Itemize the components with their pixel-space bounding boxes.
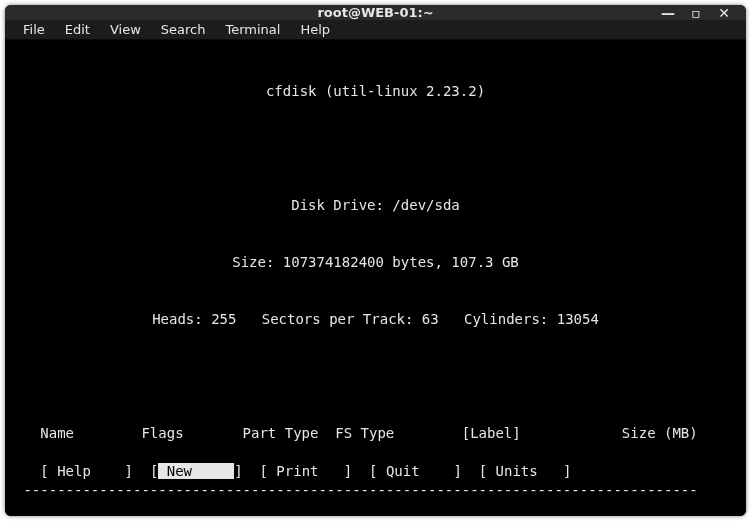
action-row-1: [ Help ] [ New ] [ Print ] [ Quit ] [ Un… [15,462,736,481]
menu-terminal[interactable]: Terminal [217,20,288,39]
blank-line [15,367,736,386]
units-button[interactable]: [ Units ] [479,463,572,479]
menubar: File Edit View Search Terminal Help [5,20,746,40]
print-button[interactable]: [ Print ] [259,463,352,479]
disk-drive-line: Disk Drive: /dev/sda [15,196,736,215]
disk-geom-line: Heads: 255 Sectors per Track: 63 Cylinde… [15,310,736,329]
window-maximize-button[interactable]: ▫ [688,5,704,21]
menu-search[interactable]: Search [153,20,214,39]
window-title: root@WEB-01:~ [317,5,433,20]
menu-help[interactable]: Help [292,20,338,39]
window-close-button[interactable]: ✕ [716,5,732,21]
footer: [ Help ] [ New ] [ Print ] [ Quit ] [ Un… [15,424,736,516]
cfdisk-header: cfdisk (util-linux 2.23.2) [15,82,736,101]
menu-file[interactable]: File [15,20,53,39]
window-controls: — ▫ ✕ [660,5,740,20]
menu-edit[interactable]: Edit [57,20,98,39]
terminal-area[interactable]: cfdisk (util-linux 2.23.2) Disk Drive: /… [5,40,746,516]
blank-line [15,139,736,158]
new-button[interactable]: [ New ] [150,463,243,479]
disk-size-line: Size: 107374182400 bytes, 107.3 GB [15,253,736,272]
terminal-window: root@WEB-01:~ — ▫ ✕ File Edit View Searc… [5,5,746,516]
disk-drive-path: /dev/sda [392,197,459,213]
quit-button[interactable]: [ Quit ] [369,463,462,479]
window-titlebar[interactable]: root@WEB-01:~ — ▫ ✕ [5,5,746,20]
help-button[interactable]: [ Help ] [40,463,133,479]
menu-view[interactable]: View [102,20,149,39]
window-minimize-button[interactable]: — [660,5,676,21]
